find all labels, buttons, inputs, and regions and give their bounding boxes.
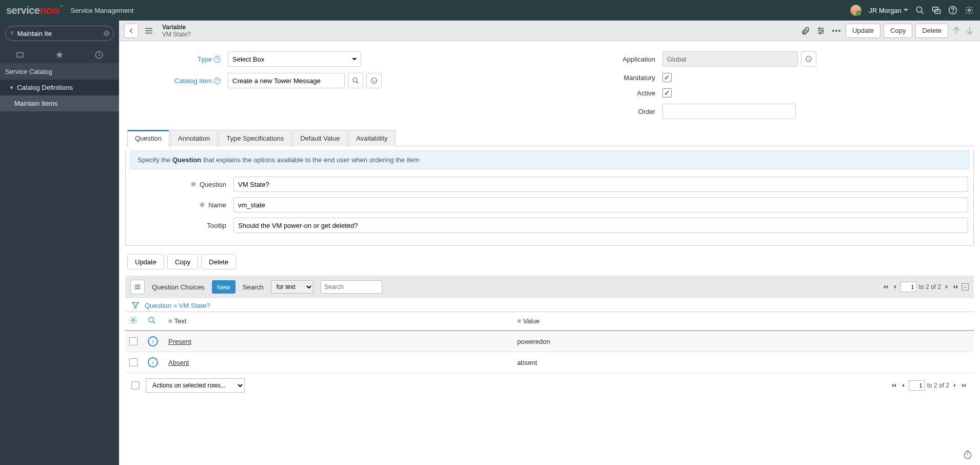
- filter-breadcrumb-link[interactable]: Question = VM State?: [145, 302, 210, 309]
- actions-select[interactable]: Actions on selected rows...: [146, 378, 245, 393]
- attachment-icon[interactable]: [799, 25, 812, 37]
- header-copy-button[interactable]: Copy: [884, 24, 912, 38]
- catalog-item-input[interactable]: [228, 73, 345, 88]
- header-delete-button[interactable]: Delete: [915, 24, 948, 38]
- next-page-icon[interactable]: [943, 283, 950, 290]
- form-header: Variable VM State? Update Copy Delete: [119, 21, 980, 41]
- history-icon[interactable]: [94, 50, 104, 60]
- row-checkbox[interactable]: [129, 337, 138, 345]
- svg-point-18: [819, 28, 820, 29]
- svg-point-6: [968, 9, 971, 12]
- collapse-list-icon[interactable]: −: [962, 283, 969, 290]
- pager-top: to 2 of 2 −: [882, 282, 969, 292]
- form-menu-icon[interactable]: [142, 24, 156, 38]
- tab-typespec[interactable]: Type Specifications: [219, 130, 291, 146]
- update-button[interactable]: Update: [127, 254, 164, 269]
- nav-group-catalog-definitions[interactable]: ▼Catalog Definitions: [0, 80, 119, 95]
- nav-filter-input[interactable]: [17, 30, 104, 37]
- last-page-icon[interactable]: [952, 283, 959, 290]
- new-choice-button[interactable]: New: [212, 280, 236, 294]
- response-time-icon[interactable]: [963, 450, 973, 460]
- tab-question[interactable]: Question: [127, 130, 169, 146]
- svg-point-21: [832, 30, 834, 32]
- last-page-icon[interactable]: [961, 382, 968, 389]
- record-title: Variable VM State?: [162, 24, 191, 38]
- funnel-icon[interactable]: [131, 301, 140, 309]
- svg-line-1: [921, 11, 924, 14]
- preview-icon[interactable]: [366, 73, 382, 88]
- help-icon[interactable]: [948, 6, 957, 15]
- svg-point-22: [835, 30, 837, 32]
- hamburger-icon: ≡: [168, 317, 172, 325]
- delete-button[interactable]: Delete: [201, 254, 236, 269]
- personalize-columns-icon[interactable]: [129, 316, 138, 324]
- page-number-input[interactable]: [909, 380, 925, 391]
- row-info-icon[interactable]: i: [148, 336, 158, 346]
- search-mode-select[interactable]: for text: [271, 280, 313, 294]
- choice-text-link[interactable]: Present: [168, 338, 191, 345]
- page-number-input[interactable]: [900, 282, 917, 292]
- active-label: Active: [560, 89, 662, 97]
- user-menu[interactable]: JR Morgan: [869, 7, 908, 14]
- prev-record-icon[interactable]: [951, 26, 962, 36]
- tooltip-input[interactable]: [233, 218, 968, 233]
- col-header-value[interactable]: ≡Value: [513, 312, 974, 331]
- user-avatar[interactable]: [850, 5, 861, 16]
- svg-rect-10: [17, 52, 23, 57]
- copy-button[interactable]: Copy: [167, 254, 198, 269]
- chat-icon[interactable]: [932, 6, 941, 15]
- tab-default[interactable]: Default Value: [292, 130, 347, 146]
- nav-item-maintain-items[interactable]: Maintain Items: [0, 95, 119, 111]
- next-record-icon[interactable]: [965, 26, 975, 36]
- back-button[interactable]: [124, 24, 139, 38]
- tab-availability[interactable]: Availability: [348, 130, 395, 146]
- next-page-icon[interactable]: [951, 382, 958, 389]
- favorites-icon[interactable]: [55, 50, 64, 60]
- help-icon[interactable]: ?: [214, 78, 221, 84]
- tab-annotation[interactable]: Annotation: [170, 130, 218, 146]
- mandatory-star-icon: ✱: [199, 201, 205, 209]
- header-update-button[interactable]: Update: [846, 24, 880, 38]
- search-column-icon[interactable]: [148, 316, 156, 324]
- clear-filter-icon[interactable]: [104, 29, 109, 38]
- nav-filter[interactable]: [5, 26, 114, 41]
- product-title: Service Management: [70, 7, 133, 14]
- more-icon[interactable]: [830, 25, 842, 37]
- row-info-icon[interactable]: i: [148, 357, 158, 367]
- nav-tabs: [0, 46, 119, 64]
- name-input[interactable]: [233, 197, 968, 212]
- select-all-checkbox[interactable]: [131, 381, 140, 390]
- prev-page-icon[interactable]: [891, 283, 898, 290]
- tooltip-field-label: Tooltip: [131, 222, 233, 229]
- personalize-icon[interactable]: [815, 25, 827, 37]
- choices-title: Question Choices: [152, 283, 205, 291]
- lookup-icon[interactable]: [348, 73, 363, 88]
- triangle-down-icon: ▼: [9, 85, 14, 90]
- mandatory-checkbox[interactable]: [662, 73, 672, 82]
- list-menu-icon[interactable]: [130, 280, 145, 294]
- choice-text-link[interactable]: Absent: [168, 359, 189, 366]
- choices-list-header: Question Choices New Search for text to …: [125, 276, 974, 298]
- choice-value: absent: [513, 352, 974, 373]
- row-checkbox[interactable]: [129, 358, 138, 366]
- search-input[interactable]: [321, 280, 382, 294]
- svg-point-36: [149, 317, 153, 322]
- search-icon[interactable]: [915, 6, 925, 15]
- order-input[interactable]: [662, 104, 796, 119]
- prev-page-icon[interactable]: [899, 382, 907, 389]
- active-checkbox[interactable]: [662, 88, 672, 98]
- type-select[interactable]: Select Box: [228, 51, 361, 67]
- search-label: Search: [243, 283, 264, 291]
- help-icon[interactable]: ?: [214, 56, 221, 63]
- svg-point-35: [132, 319, 134, 321]
- nav-section-service-catalog[interactable]: Service Catalog: [0, 64, 119, 80]
- first-page-icon[interactable]: [882, 283, 889, 290]
- all-apps-icon[interactable]: [15, 50, 25, 60]
- question-input[interactable]: [233, 177, 968, 192]
- col-header-text[interactable]: ≡Text: [164, 312, 513, 331]
- settings-icon[interactable]: [965, 6, 974, 15]
- first-page-icon[interactable]: [890, 382, 897, 389]
- mandatory-star-icon: ✱: [190, 180, 197, 188]
- scope-info-icon[interactable]: [801, 51, 816, 67]
- tab-info-banner: Specify the Question that explains the o…: [130, 150, 969, 169]
